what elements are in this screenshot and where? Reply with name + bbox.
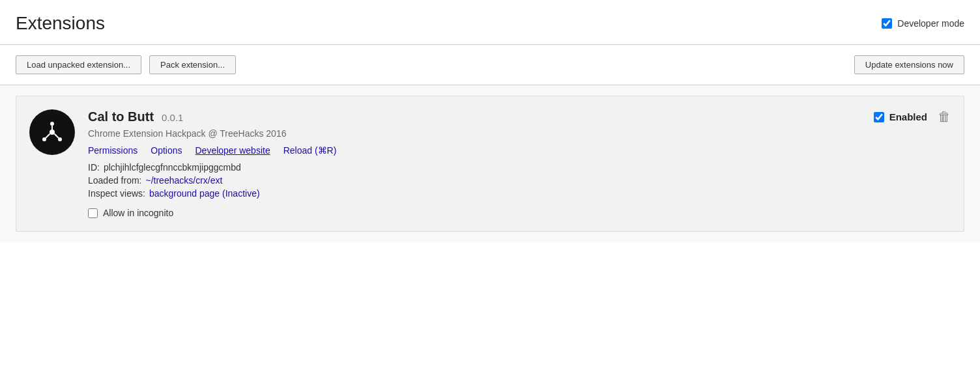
page-title: Extensions (16, 13, 105, 34)
delete-extension-icon[interactable]: 🗑 (938, 109, 951, 124)
extension-loaded-label: Loaded from: (88, 175, 142, 186)
developer-website-link[interactable]: Developer website (195, 145, 270, 156)
reload-link[interactable]: Reload (⌘R) (283, 145, 337, 156)
incognito-checkbox[interactable] (88, 208, 98, 218)
toolbar-left: Load unpacked extension... Pack extensio… (16, 55, 236, 74)
enabled-label: Enabled (889, 111, 927, 122)
extension-description: Chrome Extension Hackpack @ TreeHacks 20… (88, 128, 951, 139)
svg-point-1 (50, 122, 54, 126)
enabled-checkbox[interactable] (874, 112, 884, 122)
extension-loaded-row: Loaded from: ~/treehacks/crx/ext (88, 175, 951, 186)
update-extensions-button[interactable]: Update extensions now (854, 55, 964, 74)
enabled-row: Enabled (874, 111, 927, 122)
svg-line-5 (46, 134, 50, 139)
extension-info: Cal to Butt 0.0.1 Chrome Extension Hackp… (88, 109, 951, 218)
incognito-row: Allow in incognito (88, 208, 951, 218)
extension-links: Permissions Options Developer website Re… (88, 145, 951, 156)
extension-version: 0.0.1 (162, 112, 183, 123)
extension-controls: Enabled 🗑 (874, 109, 951, 124)
options-link[interactable]: Options (151, 145, 182, 156)
extension-list: Cal to Butt 0.0.1 Chrome Extension Hackp… (0, 85, 980, 242)
extension-inspect-label: Inspect views: (88, 188, 145, 199)
extension-name: Cal to Butt (88, 109, 154, 124)
extension-logo-svg (38, 119, 66, 146)
developer-mode-container: Developer mode (882, 18, 964, 29)
extension-id-row: ID: plchjihlcfglecgfnnccbkmjipggcmbd (88, 162, 951, 173)
load-unpacked-button[interactable]: Load unpacked extension... (16, 55, 141, 74)
incognito-label: Allow in incognito (103, 208, 173, 218)
svg-point-0 (50, 130, 55, 135)
extension-inspect-value[interactable]: background page (Inactive) (149, 188, 260, 199)
developer-toolbar: Load unpacked extension... Pack extensio… (0, 45, 980, 85)
permissions-link[interactable]: Permissions (88, 145, 137, 156)
extension-icon (29, 109, 75, 155)
developer-mode-label: Developer mode (897, 18, 964, 29)
extension-id-label: ID: (88, 162, 100, 173)
pack-extension-button[interactable]: Pack extension... (149, 55, 236, 74)
extension-inspect-row: Inspect views: background page (Inactive… (88, 188, 951, 199)
extension-name-row: Cal to Butt 0.0.1 (88, 109, 951, 124)
developer-mode-checkbox[interactable] (882, 18, 892, 29)
svg-line-6 (55, 134, 59, 139)
extension-card: Cal to Butt 0.0.1 Chrome Extension Hackp… (16, 96, 964, 232)
extension-id-value: plchjihlcfglecgfnnccbkmjipggcmbd (104, 162, 241, 173)
extension-loaded-path[interactable]: ~/treehacks/crx/ext (146, 175, 223, 186)
page-header: Extensions Developer mode (0, 0, 980, 44)
